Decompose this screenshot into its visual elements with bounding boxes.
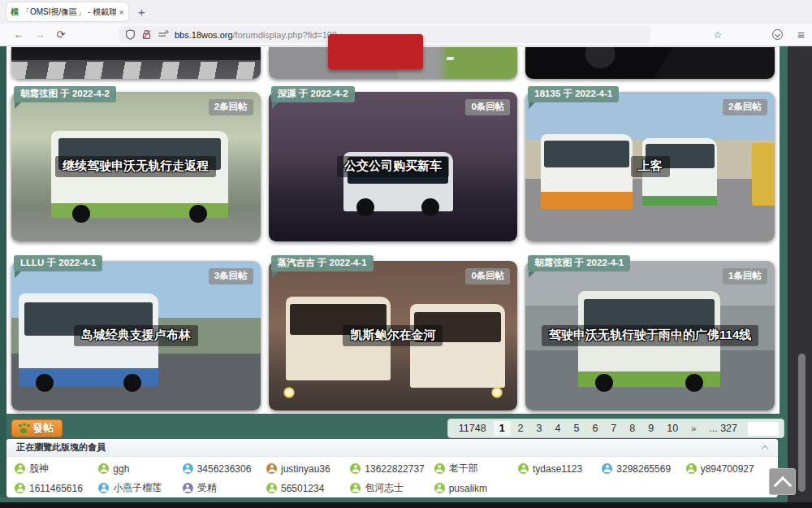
user-icon [350,463,361,474]
member-item[interactable]: 3298265569 [602,462,685,475]
headlight [283,387,295,398]
post-thumbnail-partial[interactable] [269,47,518,79]
page-number[interactable]: 10 [661,421,684,436]
members-panel-title: 正在瀏覽此版塊的會員 [16,441,106,454]
post-date: 于 2022-4-2 [60,89,110,98]
post-title: 岛城经典支援卢布林 [11,325,261,346]
user-icon [98,463,109,474]
last-page[interactable]: ... 327 [703,421,743,436]
member-item[interactable]: 56501234 [266,481,350,495]
post-card[interactable]: 深源 于 2022-4-2 0条回帖 公交公司购买新车 [269,86,518,241]
post-thumbnail[interactable]: 2条回帖 上客 [525,92,775,241]
post-author-label: 朝霜弦图 于 2022-4-2 [14,86,116,102]
url-host: bbs.18wos.org [175,30,233,40]
member-item[interactable]: 13622822737 [350,462,434,475]
member-item[interactable]: 包河志士 [350,481,434,495]
reload-button[interactable]: ⟳ [50,28,71,41]
member-item[interactable]: pusalikm [434,481,518,495]
post-author: LLLU [20,258,44,267]
post-author: 蒸汽吉吉 [278,258,315,267]
member-item[interactable]: 小燕子榴莲 [98,481,182,495]
page-number[interactable]: 3 [531,421,548,436]
member-item[interactable]: tydase1123 [518,462,602,475]
page-bottom-edge [0,502,812,508]
url-text: bbs.18wos.org/forumdisplay.php?fid=109 [175,30,337,40]
new-post-button[interactable]: 發帖 [11,419,63,437]
account-icon[interactable] [772,29,783,40]
post-author: 朝霜弦图 [20,89,58,98]
page-number[interactable]: 5 [568,421,585,436]
post-date: 于 2022-4-1 [564,89,613,98]
forward-button[interactable]: → [29,28,50,41]
post-author-label: LLLU 于 2022-4-1 [14,255,102,271]
page-number[interactable]: 4 [550,421,567,436]
post-date: 于 2022-4-1 [317,258,367,267]
post-author: 18135 [534,89,560,98]
page-number[interactable]: 7 [605,421,622,436]
post-title: 凯斯鲍尔在金河 [269,325,518,346]
tracking-shield-icon[interactable] [125,29,136,40]
insecure-lock-icon[interactable] [141,29,152,40]
member-item[interactable]: 3456236306 [183,462,266,475]
scrollbar-track[interactable] [788,46,812,508]
post-card[interactable]: 朝霜弦图 于 2022-4-1 1条回帖 驾驶申沃无轨行驶于雨中的广佛114线 [525,255,775,410]
post-title: 公交公司购买新车 [269,156,518,177]
bookmark-star-icon[interactable]: ☆ [713,29,722,41]
page-number[interactable]: 2 [512,421,529,436]
post-thumbnail-partial[interactable] [525,47,775,79]
post-thumbnail-partial[interactable] [11,47,261,79]
scrollbar-thumb[interactable] [798,354,806,492]
browser-tab-bar: 模 「OMSI視/像區」 - 模載聯合支援 × + [0,0,812,24]
new-tab-button[interactable]: + [138,5,145,19]
post-title: 驾驶申沃无轨行驶于雨中的广佛114线 [525,325,775,346]
post-author-label: 18135 于 2022-4-1 [528,86,619,102]
user-icon [518,463,529,474]
next-pages-icon[interactable]: » [685,422,702,435]
member-item[interactable]: 1611465616 [15,481,98,495]
user-icon [98,483,109,493]
members-list: 股神 ggh 3456236306 justinyau36 1362282273… [6,457,778,495]
page-number-current[interactable]: 1 [494,421,511,436]
url-path: /forumdisplay.php?fid=109 [233,30,338,40]
tab-favicon: 模 [11,7,19,18]
member-item[interactable]: justinyau36 [266,462,350,475]
browser-tab[interactable]: 模 「OMSI視/像區」 - 模載聯合支援 × [6,2,128,21]
back-button[interactable]: ← [8,28,29,41]
post-card[interactable]: 18135 于 2022-4-1 2条回帖 上客 [525,86,775,241]
member-item[interactable]: 股神 [15,462,98,475]
user-icon [266,463,277,474]
paw-icon [18,423,29,434]
menu-icon[interactable]: ≡ [797,28,804,41]
member-item[interactable]: ggh [98,462,182,475]
post-author-label: 深源 于 2022-4-2 [271,86,355,102]
reply-count-badge: 0条回帖 [465,268,510,284]
post-thumbnail[interactable]: 2条回帖 继续驾驶申沃无轨行走返程 [11,92,261,241]
member-item[interactable]: y894700927 [686,462,770,475]
collapse-chevron-icon[interactable] [762,445,768,451]
back-to-top-button[interactable] [769,468,796,495]
page-number[interactable]: 9 [642,421,659,436]
user-icon [15,463,25,474]
post-card[interactable]: LLLU 于 2022-4-1 3条回帖 岛城经典支援卢布林 [11,255,261,410]
page-number[interactable]: 8 [624,421,641,436]
post-date: 于 2022-4-1 [47,258,97,267]
post-thumbnail[interactable]: 3条回帖 岛城经典支援卢布林 [11,261,261,410]
reply-count-badge: 3条回帖 [209,268,253,284]
reply-count-badge: 2条回帖 [209,99,253,115]
post-thumbnail[interactable]: 1条回帖 驾驶申沃无轨行驶于雨中的广佛114线 [525,261,775,410]
post-card[interactable]: 蒸汽吉吉 于 2022-4-1 0条回帖 凯斯鲍尔在金河 [269,255,518,410]
headlight [491,387,503,398]
thread-list-panel: 朝霜弦图 于 2022-4-2 2条回帖 继续驾驶申沃无轨行走返程 深源 于 2… [6,46,780,414]
permissions-icon[interactable] [158,29,169,40]
page-number[interactable]: 6 [586,421,603,436]
post-card[interactable]: 朝霜弦图 于 2022-4-2 2条回帖 继续驾驶申沃无轨行走返程 [11,86,261,241]
member-item[interactable]: 受精 [183,481,266,495]
page-jump-input[interactable] [748,422,779,436]
post-title: 继续驾驶申沃无轨行走返程 [11,156,261,177]
tab-close-icon[interactable]: × [119,7,124,17]
member-item[interactable]: 老干部 [434,462,518,475]
post-thumbnail[interactable]: 0条回帖 凯斯鲍尔在金河 [269,261,518,410]
user-icon [183,483,193,493]
post-thumbnail[interactable]: 0条回帖 公交公司购买新车 [269,92,518,241]
user-icon [602,463,612,474]
